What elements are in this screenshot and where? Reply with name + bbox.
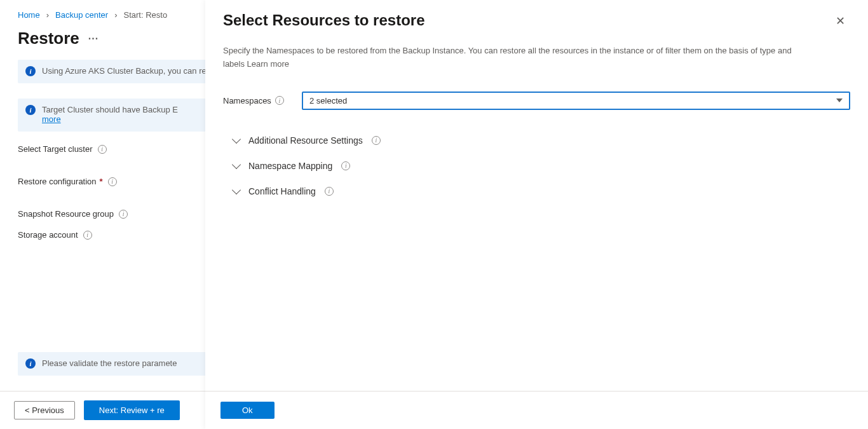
flyout-header: Select Resources to restore ✕: [205, 0, 868, 36]
accordion-item-label: Namespace Mapping: [248, 161, 332, 171]
flyout-footer: Ok: [205, 391, 868, 429]
required-star-icon: *: [100, 177, 103, 186]
info-icon[interactable]: i: [275, 96, 284, 105]
breadcrumb-backup-center[interactable]: Backup center: [55, 10, 108, 20]
learn-more-link[interactable]: more: [42, 114, 61, 124]
info-icon[interactable]: i: [119, 210, 128, 219]
flyout-description: Specify the Namespaces to be restored fr…: [205, 36, 828, 74]
flyout-body: Namespaces i 2 selected Additional Resou…: [205, 74, 868, 204]
more-icon[interactable]: ···: [88, 33, 98, 44]
namespaces-select[interactable]: 2 selected: [302, 92, 850, 110]
info-icon[interactable]: i: [98, 145, 107, 154]
namespaces-select-value: 2 selected: [309, 96, 347, 106]
chevron-down-icon: [232, 135, 241, 144]
accordion-additional-resource-settings[interactable]: Additional Resource Settings i: [233, 128, 850, 153]
next-review-button[interactable]: Next: Review + re: [84, 400, 180, 420]
breadcrumb-current: Start: Resto: [123, 10, 167, 20]
namespaces-label: Namespaces i: [223, 96, 293, 106]
info-icon: i: [25, 358, 36, 369]
chevron-down-icon: [836, 99, 843, 102]
accordion-item-label: Conflict Handling: [248, 186, 316, 196]
info-callout-text: Target Cluster should have Backup E: [42, 105, 178, 114]
select-resources-flyout: Select Resources to restore ✕ Specify th…: [205, 0, 868, 429]
info-icon[interactable]: i: [372, 136, 381, 145]
flyout-title: Select Resources to restore: [223, 11, 424, 29]
close-icon[interactable]: ✕: [831, 11, 850, 31]
ok-button[interactable]: Ok: [220, 402, 275, 419]
accordion-item-label: Additional Resource Settings: [248, 135, 363, 146]
info-icon[interactable]: i: [108, 177, 117, 186]
accordion-namespace-mapping[interactable]: Namespace Mapping i: [233, 153, 850, 179]
accordion-conflict-handling[interactable]: Conflict Handling i: [233, 179, 850, 204]
info-icon[interactable]: i: [83, 231, 92, 240]
chevron-right-icon: ›: [46, 10, 49, 20]
info-icon[interactable]: i: [325, 187, 334, 196]
info-icon[interactable]: i: [341, 161, 350, 170]
info-icon: i: [25, 66, 36, 76]
chevron-down-icon: [232, 186, 241, 194]
chevron-right-icon: ›: [114, 10, 117, 20]
accordion: Additional Resource Settings i Namespace…: [233, 128, 850, 204]
info-callout-text: Please validate the restore paramete: [42, 358, 177, 368]
info-icon: i: [25, 105, 36, 115]
previous-button[interactable]: < Previous: [14, 401, 75, 419]
breadcrumb-home[interactable]: Home: [18, 10, 40, 20]
chevron-down-icon: [232, 160, 241, 169]
namespaces-row: Namespaces i 2 selected: [223, 92, 850, 110]
